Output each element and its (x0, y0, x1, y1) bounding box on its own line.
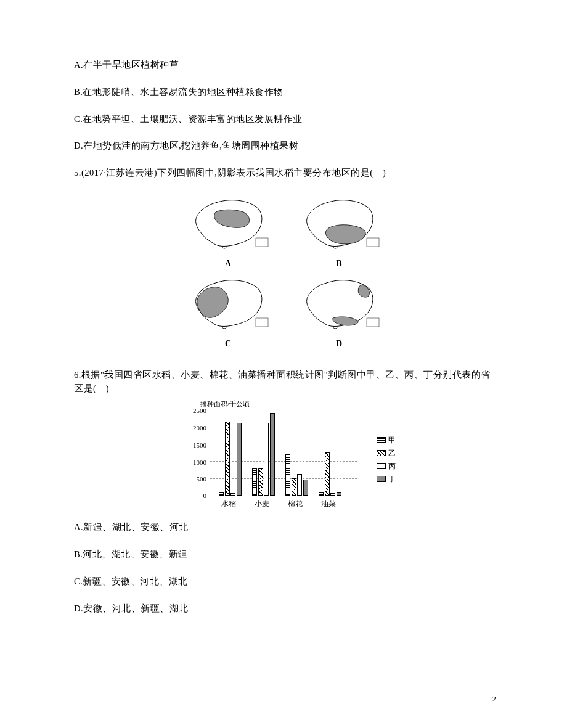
map-label-d: D (296, 337, 382, 350)
xtick: 棉花 (283, 498, 308, 509)
map-a: A (185, 194, 271, 270)
ytick: 2500 (176, 406, 206, 416)
q6-option-d: D.安徽、河北、新疆、湖北 (74, 602, 493, 616)
legend-bing: 丙 (388, 460, 396, 472)
q6-option-c: C.新疆、安徽、河北、湖北 (74, 575, 493, 589)
q4-option-a: A.在半干旱地区植树种草 (74, 59, 493, 72)
page: A.在半干旱地区植树种草 B.在地形陡峭、水土容易流失的地区种植粮食作物 C.在… (0, 0, 567, 728)
bar-group-rice (219, 422, 242, 496)
svg-rect-0 (256, 238, 268, 247)
svg-rect-3 (367, 318, 379, 327)
q6-option-a: A.新疆、湖北、安徽、河北 (74, 521, 493, 534)
svg-rect-2 (256, 318, 268, 327)
china-map-icon (296, 274, 382, 332)
ytick: 500 (176, 474, 206, 485)
ytick: 1000 (176, 457, 206, 468)
chart-legend: 甲 乙 丙 丁 (377, 435, 396, 486)
chart-y-title: 播种面积/千公顷 (200, 399, 250, 409)
q6-option-b: B.河北、湖北、安徽、新疆 (74, 548, 493, 562)
map-label-c: C (185, 337, 271, 350)
map-b: B (296, 194, 382, 270)
q5-figure: A B C (74, 194, 493, 350)
ytick: 2000 (176, 423, 206, 433)
q4-option-c: C.在地势平坦、土壤肥沃、资源丰富的地区发展耕作业 (74, 113, 493, 126)
ytick: 1500 (176, 440, 206, 451)
svg-rect-1 (367, 238, 379, 247)
legend-yi: 乙 (388, 448, 396, 459)
legend-ding: 丁 (388, 473, 396, 485)
bar-group-rapeseed (319, 452, 341, 496)
bar-group-wheat (252, 413, 275, 496)
china-map-icon (185, 274, 271, 332)
q5-stem: 5.(2017·江苏连云港)下列四幅图中,阴影表示我国水稻主要分布地区的是( ) (74, 166, 493, 180)
china-map-icon (185, 194, 271, 252)
xtick: 水稻 (216, 498, 241, 509)
xtick: 小麦 (250, 498, 274, 509)
map-label-b: B (296, 257, 382, 270)
ytick: 0 (176, 491, 206, 501)
page-number: 2 (492, 693, 497, 705)
map-label-a: A (185, 257, 271, 270)
chart-plot-area: 2500 2000 1500 1000 500 0 (210, 409, 357, 496)
china-map-icon (296, 194, 382, 252)
xtick: 油菜 (316, 498, 341, 509)
map-d: D (296, 274, 382, 350)
q6-chart: 播种面积/千公顷 2500 2000 1500 1000 500 0 (74, 409, 493, 500)
map-c: C (185, 274, 271, 350)
q6-stem: 6.根据"我国四省区水稻、小麦、棉花、油菜播种面积统计图"判断图中甲、乙、丙、丁… (74, 369, 493, 396)
q4-option-d: D.在地势低洼的南方地区,挖池养鱼,鱼塘周围种植果树 (74, 139, 493, 153)
legend-jia: 甲 (388, 435, 396, 446)
q4-option-b: B.在地形陡峭、水土容易流失的地区种植粮食作物 (74, 86, 493, 99)
bar-group-cotton (285, 454, 308, 496)
